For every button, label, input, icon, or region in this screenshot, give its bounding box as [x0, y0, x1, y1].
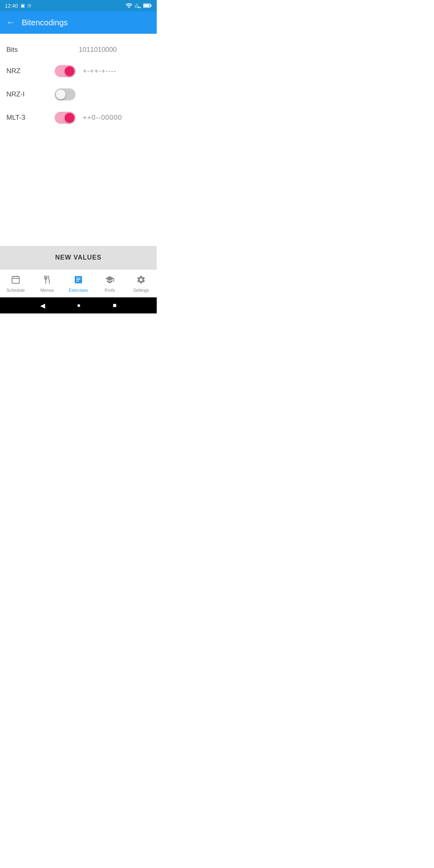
- sys-recent-button[interactable]: ■: [113, 302, 117, 309]
- profs-icon: [105, 275, 115, 286]
- nav-item-mensa[interactable]: Mensa: [31, 270, 63, 297]
- nrz-i-toggle[interactable]: [55, 88, 76, 100]
- status-time: 12:40: [5, 3, 18, 9]
- svg-rect-2: [143, 4, 149, 7]
- nrz-row: NRZ +-++-+----: [6, 59, 150, 83]
- nav-item-settings[interactable]: Settings: [125, 270, 157, 297]
- bits-label: Bits: [6, 46, 55, 54]
- schedule-icon: [11, 275, 20, 286]
- mlt3-row: MLT-3 ++0--00000: [6, 106, 150, 129]
- schedule-label: Schedule: [6, 288, 25, 293]
- sys-back-button[interactable]: ◀: [40, 302, 45, 309]
- nrz-i-toggle-thumb: [56, 90, 66, 99]
- exercises-icon: [74, 275, 83, 286]
- bits-value: 1011010000: [79, 46, 117, 54]
- nrz-i-label: NRZ-I: [6, 90, 55, 98]
- status-left: 12:40 ▣ ⊙: [5, 3, 31, 9]
- nrz-encoding-value: +-++-+----: [83, 67, 117, 75]
- page-title: Bitencodings: [22, 18, 68, 27]
- mlt3-toggle-thumb: [65, 113, 74, 123]
- back-button[interactable]: ←: [6, 17, 15, 28]
- nav-item-profs[interactable]: Profs: [94, 270, 125, 297]
- bottom-nav: Schedule Mensa Exercises: [0, 269, 157, 297]
- status-bar: 12:40 ▣ ⊙: [0, 0, 157, 11]
- mlt3-toggle[interactable]: [55, 112, 76, 124]
- battery-icon: [143, 2, 152, 9]
- nrz-i-toggle-area: [55, 88, 83, 100]
- sys-home-button[interactable]: ●: [77, 302, 81, 309]
- nav-item-schedule[interactable]: Schedule: [0, 270, 31, 297]
- signal-icon: [135, 2, 141, 9]
- nrz-label: NRZ: [6, 67, 55, 75]
- mensa-icon: [42, 275, 52, 286]
- profs-label: Profs: [104, 288, 115, 293]
- content-area: Bits 1011010000 NRZ +-++-+---- NRZ-I ML: [0, 34, 157, 246]
- mensa-label: Mensa: [40, 288, 53, 293]
- nrz-i-row: NRZ-I: [6, 83, 150, 106]
- nav-item-exercises[interactable]: Exercises: [63, 270, 94, 297]
- wifi-icon: [125, 2, 133, 9]
- app-header: ← Bitencodings: [0, 11, 157, 34]
- bits-row: Bits 1011010000: [6, 40, 150, 59]
- svg-rect-3: [12, 276, 19, 283]
- settings-label: Settings: [133, 288, 149, 293]
- status-right: [125, 2, 152, 9]
- settings-icon: [136, 275, 146, 286]
- mlt3-label: MLT-3: [6, 114, 55, 122]
- mlt3-encoding-value: ++0--00000: [83, 114, 122, 122]
- notify-icon: ⊙: [27, 3, 31, 8]
- sim-icon: ▣: [20, 3, 25, 8]
- system-nav-bar: ◀ ● ■: [0, 297, 157, 313]
- nrz-toggle-thumb: [65, 66, 74, 76]
- mlt3-toggle-area: ++0--00000: [55, 112, 122, 124]
- nrz-toggle[interactable]: [55, 65, 76, 77]
- nrz-toggle-area: +-++-+----: [55, 65, 117, 77]
- svg-rect-1: [150, 5, 151, 7]
- exercises-label: Exercises: [69, 288, 88, 293]
- new-values-button[interactable]: NEW VALUES: [0, 246, 157, 269]
